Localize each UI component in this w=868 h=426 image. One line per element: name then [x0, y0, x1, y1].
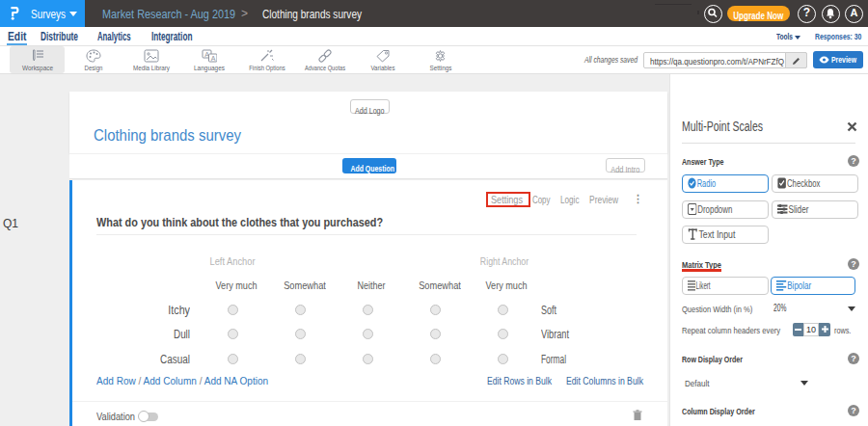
svg-text:A: A — [211, 55, 216, 62]
